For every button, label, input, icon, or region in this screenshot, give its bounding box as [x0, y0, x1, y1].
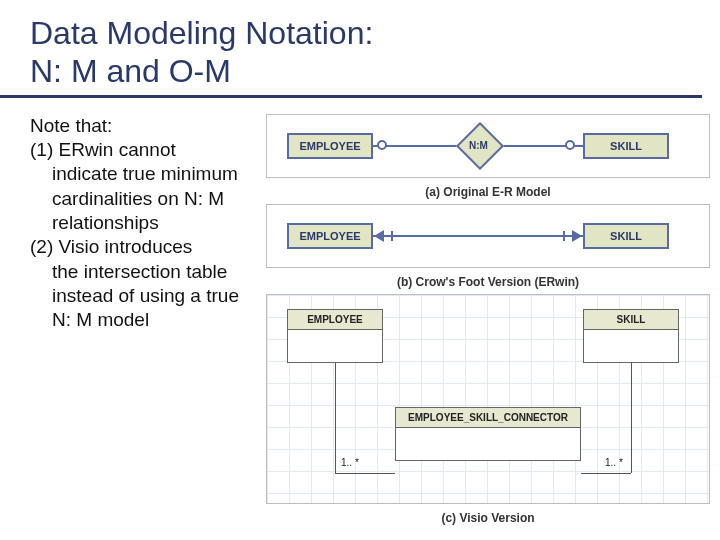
uml-connector: EMPLOYEE_SKILL_CONNECTOR [395, 407, 581, 461]
uml-skill-body [584, 330, 678, 362]
note-1: (1) ERwin cannot indicate true minimum c… [30, 138, 262, 235]
uml-line-right-v [631, 363, 632, 473]
note-1-head: ERwin cannot [59, 139, 176, 160]
note-intro: Note that: [30, 114, 262, 138]
crowsfoot-right-icon [572, 230, 582, 242]
uml-connector-header: EMPLOYEE_SKILL_CONNECTOR [396, 408, 580, 428]
optional-circle-left-a [377, 140, 387, 150]
entity-employee-b: EMPLOYEE [287, 223, 373, 249]
panel-a: EMPLOYEE N:M SKILL [266, 114, 710, 178]
note-2-head: Visio introduces [59, 236, 193, 257]
uml-employee-body [288, 330, 382, 362]
relationship-label: N:M [469, 140, 488, 151]
uml-skill-header: SKILL [584, 310, 678, 330]
uml-line-right-h [581, 473, 631, 474]
caption-b: (b) Crow's Foot Version (ERwin) [266, 272, 710, 294]
entity-skill-a: SKILL [583, 133, 669, 159]
uml-skill: SKILL [583, 309, 679, 363]
entity-employee-a: EMPLOYEE [287, 133, 373, 159]
panel-c: EMPLOYEE SKILL EMPLOYEE_SKILL_CONNECTOR … [266, 294, 710, 504]
content-area: Note that: (1) ERwin cannot indicate tru… [0, 98, 720, 530]
optional-circle-right-a [565, 140, 575, 150]
uml-connector-body [396, 428, 580, 460]
uml-employee-header: EMPLOYEE [288, 310, 382, 330]
title-line1: Data Modeling Notation: [30, 15, 373, 51]
panel-b: EMPLOYEE SKILL [266, 204, 710, 268]
uml-line-left-v [335, 363, 336, 473]
multiplicity-right: 1.. * [605, 457, 623, 468]
slide-title-area: Data Modeling Notation: N: M and O-M [0, 0, 702, 98]
diagram-column: EMPLOYEE N:M SKILL (a) Original E-R Mode… [262, 114, 710, 530]
slide-title: Data Modeling Notation: N: M and O-M [30, 14, 702, 91]
caption-a: (a) Original E-R Model [266, 182, 710, 204]
note-1-body: indicate true minimum cardinalities on N… [30, 162, 262, 235]
note-2: (2) Visio introduces the intersection ta… [30, 235, 262, 332]
crowsfoot-left-icon [374, 230, 384, 242]
multiplicity-left: 1.. * [341, 457, 359, 468]
tick-left-b [391, 231, 393, 241]
uml-line-left-h [335, 473, 395, 474]
note-2-body: the intersection table instead of using … [30, 260, 262, 333]
notes-column: Note that: (1) ERwin cannot indicate tru… [30, 114, 262, 530]
relationship-line-b [373, 235, 583, 237]
note-1-num: (1) [30, 139, 59, 160]
note-2-num: (2) [30, 236, 59, 257]
uml-employee: EMPLOYEE [287, 309, 383, 363]
caption-c: (c) Visio Version [266, 508, 710, 530]
title-line2: N: M and O-M [30, 53, 231, 89]
entity-skill-b: SKILL [583, 223, 669, 249]
tick-right-b [563, 231, 565, 241]
